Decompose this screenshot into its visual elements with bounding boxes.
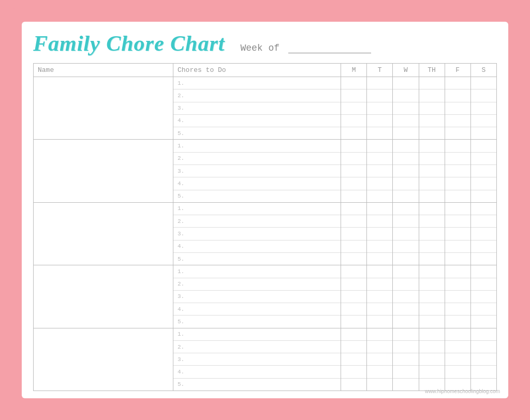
day-cell-S-3-3[interactable] bbox=[471, 228, 496, 240]
person-name-cell-4[interactable] bbox=[34, 265, 173, 327]
day-cell-F-4-1[interactable] bbox=[445, 265, 470, 278]
person-name-cell-3[interactable] bbox=[34, 203, 173, 265]
day-cell-M-1-5[interactable] bbox=[341, 127, 366, 139]
day-cell-T-1-4[interactable] bbox=[367, 115, 392, 127]
day-cell-F-5-4[interactable] bbox=[445, 366, 470, 378]
day-cell-S-2-2[interactable] bbox=[471, 153, 496, 165]
day-cell-W-2-5[interactable] bbox=[393, 190, 418, 202]
day-cell-F-3-1[interactable] bbox=[445, 203, 470, 215]
day-cell-W-2-4[interactable] bbox=[393, 177, 418, 190]
day-cell-T-3-4[interactable] bbox=[367, 241, 392, 253]
day-cell-TH-5-2[interactable] bbox=[419, 341, 445, 353]
day-cell-T-4-2[interactable] bbox=[367, 278, 392, 291]
day-cell-S-2-3[interactable] bbox=[471, 165, 496, 177]
day-cell-F-1-1[interactable] bbox=[445, 77, 470, 89]
day-cell-TH-3-5[interactable] bbox=[419, 253, 445, 265]
day-cell-F-3-2[interactable] bbox=[445, 215, 470, 228]
day-cell-F-4-5[interactable] bbox=[445, 316, 470, 327]
day-cell-TH-3-3[interactable] bbox=[419, 228, 445, 240]
day-cell-T-4-5[interactable] bbox=[367, 316, 392, 327]
day-cell-TH-3-4[interactable] bbox=[419, 241, 445, 253]
day-cell-S-3-5[interactable] bbox=[471, 253, 496, 265]
chore-item-1-4[interactable]: 4. bbox=[173, 115, 341, 127]
day-cell-S-2-1[interactable] bbox=[471, 140, 496, 152]
day-cell-F-1-5[interactable] bbox=[445, 127, 470, 139]
day-cell-F-5-1[interactable] bbox=[445, 328, 470, 341]
day-cell-W-4-3[interactable] bbox=[393, 291, 418, 303]
day-cell-W-3-1[interactable] bbox=[393, 203, 418, 215]
day-cell-S-4-5[interactable] bbox=[471, 316, 496, 327]
day-cell-M-4-2[interactable] bbox=[341, 278, 366, 291]
day-cell-T-3-3[interactable] bbox=[367, 228, 392, 240]
day-cell-M-2-5[interactable] bbox=[341, 190, 366, 202]
chore-item-1-1[interactable]: 1. bbox=[173, 77, 341, 89]
chore-item-4-2[interactable]: 2. bbox=[173, 278, 341, 291]
day-cell-W-5-1[interactable] bbox=[393, 328, 418, 341]
chore-item-3-1[interactable]: 1. bbox=[173, 203, 341, 215]
day-cell-F-2-2[interactable] bbox=[445, 153, 470, 165]
day-cell-TH-3-2[interactable] bbox=[419, 215, 445, 228]
day-cell-F-1-2[interactable] bbox=[445, 89, 470, 102]
day-cell-F-4-2[interactable] bbox=[445, 278, 470, 291]
day-cell-F-2-4[interactable] bbox=[445, 177, 470, 190]
day-cell-T-1-5[interactable] bbox=[367, 127, 392, 139]
day-cell-M-1-2[interactable] bbox=[341, 89, 366, 102]
day-cell-TH-4-1[interactable] bbox=[419, 265, 445, 278]
chore-item-1-2[interactable]: 2. bbox=[173, 89, 341, 102]
day-cell-W-1-1[interactable] bbox=[393, 77, 418, 89]
day-cell-T-4-4[interactable] bbox=[367, 303, 392, 316]
chore-item-2-5[interactable]: 5. bbox=[173, 190, 341, 202]
day-cell-M-2-2[interactable] bbox=[341, 153, 366, 165]
chore-item-2-2[interactable]: 2. bbox=[173, 153, 341, 165]
day-cell-TH-2-5[interactable] bbox=[419, 190, 445, 202]
chore-item-5-1[interactable]: 1. bbox=[173, 328, 341, 341]
day-cell-M-4-1[interactable] bbox=[341, 265, 366, 278]
day-cell-T-4-3[interactable] bbox=[367, 291, 392, 303]
chore-item-5-2[interactable]: 2. bbox=[173, 341, 341, 353]
day-cell-F-1-3[interactable] bbox=[445, 102, 470, 115]
chore-item-4-5[interactable]: 5. bbox=[173, 316, 341, 327]
day-cell-TH-1-4[interactable] bbox=[419, 115, 445, 127]
day-cell-F-5-2[interactable] bbox=[445, 341, 470, 353]
day-cell-T-3-1[interactable] bbox=[367, 203, 392, 215]
day-cell-W-2-2[interactable] bbox=[393, 153, 418, 165]
day-cell-TH-2-2[interactable] bbox=[419, 153, 445, 165]
day-cell-TH-4-5[interactable] bbox=[419, 316, 445, 327]
day-cell-S-1-2[interactable] bbox=[471, 89, 496, 102]
day-cell-T-3-5[interactable] bbox=[367, 253, 392, 265]
person-name-cell-5[interactable] bbox=[34, 328, 173, 391]
chore-item-3-2[interactable]: 2. bbox=[173, 215, 341, 228]
chore-item-3-4[interactable]: 4. bbox=[173, 241, 341, 253]
day-cell-F-4-4[interactable] bbox=[445, 303, 470, 316]
day-cell-T-4-1[interactable] bbox=[367, 265, 392, 278]
day-cell-T-2-4[interactable] bbox=[367, 177, 392, 190]
day-cell-M-4-5[interactable] bbox=[341, 316, 366, 327]
day-cell-TH-5-3[interactable] bbox=[419, 353, 445, 366]
day-cell-M-5-4[interactable] bbox=[341, 366, 366, 378]
day-cell-W-4-5[interactable] bbox=[393, 316, 418, 327]
day-cell-T-2-5[interactable] bbox=[367, 190, 392, 202]
day-cell-TH-1-5[interactable] bbox=[419, 127, 445, 139]
day-cell-M-5-5[interactable] bbox=[341, 379, 366, 391]
day-cell-M-2-4[interactable] bbox=[341, 177, 366, 190]
day-cell-W-1-2[interactable] bbox=[393, 89, 418, 102]
day-cell-S-3-1[interactable] bbox=[471, 203, 496, 215]
day-cell-TH-1-2[interactable] bbox=[419, 89, 445, 102]
day-cell-F-2-5[interactable] bbox=[445, 190, 470, 202]
day-cell-S-4-2[interactable] bbox=[471, 278, 496, 291]
day-cell-S-1-1[interactable] bbox=[471, 77, 496, 89]
day-cell-TH-1-3[interactable] bbox=[419, 102, 445, 115]
day-cell-W-1-4[interactable] bbox=[393, 115, 418, 127]
day-cell-M-1-1[interactable] bbox=[341, 77, 366, 89]
chore-item-1-3[interactable]: 3. bbox=[173, 102, 341, 115]
chore-item-2-4[interactable]: 4. bbox=[173, 177, 341, 190]
day-cell-TH-1-1[interactable] bbox=[419, 77, 445, 89]
day-cell-F-3-3[interactable] bbox=[445, 228, 470, 240]
day-cell-W-2-1[interactable] bbox=[393, 140, 418, 152]
day-cell-M-3-1[interactable] bbox=[341, 203, 366, 215]
day-cell-W-1-3[interactable] bbox=[393, 102, 418, 115]
day-cell-S-4-4[interactable] bbox=[471, 303, 496, 316]
day-cell-T-1-1[interactable] bbox=[367, 77, 392, 89]
day-cell-S-2-4[interactable] bbox=[471, 177, 496, 190]
day-cell-W-2-3[interactable] bbox=[393, 165, 418, 177]
